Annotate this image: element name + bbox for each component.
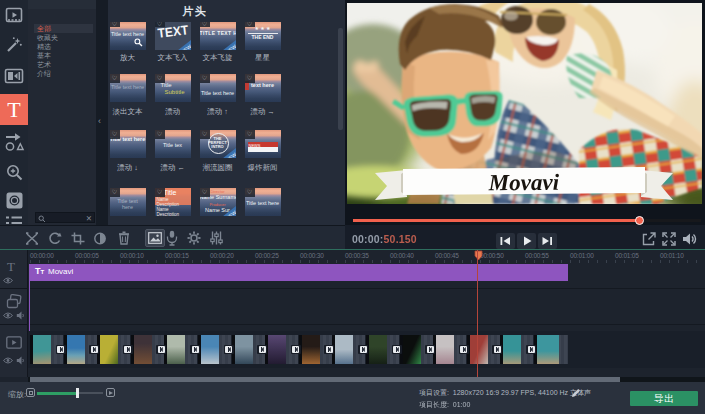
svg-text:Movavi: Movavi — [488, 170, 560, 196]
